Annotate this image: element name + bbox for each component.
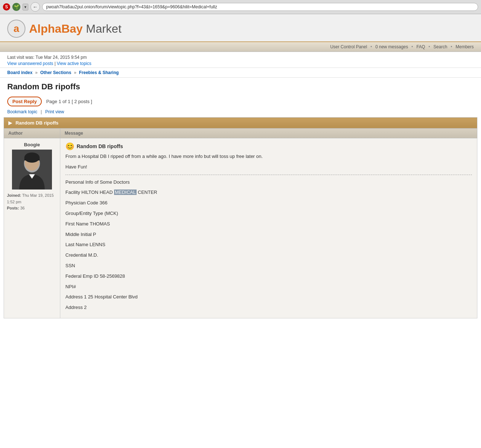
stop-button[interactable]: S xyxy=(3,3,10,11)
author-avatar xyxy=(12,150,52,190)
svg-rect-4 xyxy=(24,158,40,160)
print-view-link[interactable]: Print view xyxy=(45,109,64,114)
post-title-row: 😊 Random DB ripoffs xyxy=(65,142,472,151)
nav-members[interactable]: Members xyxy=(456,44,474,49)
post-reply-button[interactable]: Post Reply xyxy=(7,97,42,106)
site-header: a AlphaBay Market xyxy=(0,14,481,42)
post-body: From a Hospital DB I ripped off from a w… xyxy=(65,153,472,311)
post-divider xyxy=(65,175,472,175)
site-name-market: Market xyxy=(83,22,122,35)
bookmark-bar: Bookmark topic | Print view xyxy=(0,109,481,117)
author-name: Boogie xyxy=(7,142,57,147)
post-body-line1: From a Hospital DB I ripped off from a w… xyxy=(65,153,472,160)
middle-initial: Middle Initial P xyxy=(65,231,472,239)
nav-faq[interactable]: FAQ xyxy=(416,44,425,49)
federal-emp: Federal Emp ID 58-2569828 xyxy=(65,273,472,280)
address1: Address 1 25 Hospital Center Blvd xyxy=(65,293,472,301)
posts-count: 36 xyxy=(20,206,25,210)
breadcrumb-other-sections[interactable]: Other Sections xyxy=(40,70,71,75)
nav-search[interactable]: Search xyxy=(433,44,447,49)
url-domain: pwoah7foa6au2pul.onion xyxy=(46,4,95,9)
message-cell: 😊 Random DB ripoffs From a Hospital DB I… xyxy=(60,138,477,318)
nav-ucp[interactable]: User Control Panel xyxy=(330,44,367,49)
site-title: AlphaBay Market xyxy=(29,22,121,36)
post-message-title: Random DB ripoffs xyxy=(77,143,123,149)
post-reply-bar: Post Reply Page 1 of 1 [ 2 posts ] xyxy=(0,94,481,109)
group-entity: Group/Entity Type (MCK) xyxy=(65,210,472,217)
topic-header-title: Random DB ripoffs xyxy=(16,120,58,126)
logo-icon: a xyxy=(7,20,25,38)
tor-icon: 🌱 xyxy=(12,3,20,11)
active-topics-link[interactable]: View active topics xyxy=(57,61,91,66)
unanswered-posts-link[interactable]: View unanswered posts xyxy=(7,61,53,66)
physician-code: Physician Code 366 xyxy=(65,199,472,207)
npi: NPI# xyxy=(65,283,472,291)
facility-name-pre: HILTON HEAD xyxy=(81,190,114,195)
joined-label: Joined: xyxy=(7,193,21,197)
medical-highlight: MEDICAL xyxy=(114,190,137,195)
last-name: Last Name LENNS xyxy=(65,241,472,249)
author-meta: Joined: Thu Mar 19, 2015 1:52 pm Posts: … xyxy=(7,192,57,212)
site-logo: a AlphaBay Market xyxy=(7,20,474,38)
address2: Address 2 xyxy=(65,304,472,311)
post-emoji: 😊 xyxy=(65,142,74,151)
browser-chrome: S 🌱 ▾ ← pwoah7foa6au2pul.onion/forum/vie… xyxy=(0,0,481,14)
facility-name-post: CENTER xyxy=(137,190,157,195)
col-header-message: Message xyxy=(60,129,477,138)
breadcrumb-board-index[interactable]: Board index xyxy=(7,70,32,75)
facility-line: Facility HILTON HEAD MEDICAL CENTER xyxy=(65,189,472,196)
db-title: Personal Info of Some Doctors xyxy=(65,179,472,186)
url-path: /forum/viewtopic.php?f=43&t=1659&p=9606&… xyxy=(95,4,217,9)
bookmark-topic-link[interactable]: Bookmark topic xyxy=(7,109,37,114)
post-row: Boogie xyxy=(4,138,477,318)
author-cell: Boogie xyxy=(4,138,60,318)
topic-header-row: ▶ Random DB ripoffs xyxy=(4,118,477,129)
col-header-author: Author xyxy=(4,129,60,138)
column-header-row: Author Message xyxy=(4,129,477,138)
top-nav: User Control Panel • 0 new messages • FA… xyxy=(0,42,481,52)
posts-label: Posts: xyxy=(7,206,19,210)
topic-header-cell: ▶ Random DB ripoffs xyxy=(4,118,477,129)
visit-info: Last visit was: Tue Mar 24, 2015 9:54 pm… xyxy=(0,52,481,68)
topic-arrow-icon: ▶ xyxy=(8,120,12,126)
ssn: SSN xyxy=(65,262,472,270)
first-name: First Name THOMAS xyxy=(65,220,472,228)
page-info: Page 1 of 1 [ 2 posts ] xyxy=(46,99,92,104)
forum-table: ▶ Random DB ripoffs Author Message Boogi… xyxy=(4,117,477,318)
address-bar[interactable]: pwoah7foa6au2pul.onion/forum/viewtopic.p… xyxy=(42,3,478,11)
site-name-alpha: AlphaBay xyxy=(29,22,83,35)
breadcrumb-freebies[interactable]: Freebies & Sharing xyxy=(79,70,118,75)
post-body-line2: Have Fun! xyxy=(65,163,472,171)
last-visit-text: Last visit was: Tue Mar 24, 2015 9:54 pm xyxy=(7,55,474,60)
page-title: Random DB ripoffs xyxy=(7,82,474,91)
history-dropdown[interactable]: ▾ xyxy=(23,4,28,11)
credential: Credential M.D. xyxy=(65,252,472,259)
breadcrumb: Board index » Other Sections » Freebies … xyxy=(0,68,481,78)
back-button[interactable]: ← xyxy=(31,2,40,12)
page-title-area: Random DB ripoffs xyxy=(0,78,481,94)
nav-messages[interactable]: 0 new messages xyxy=(375,44,408,49)
